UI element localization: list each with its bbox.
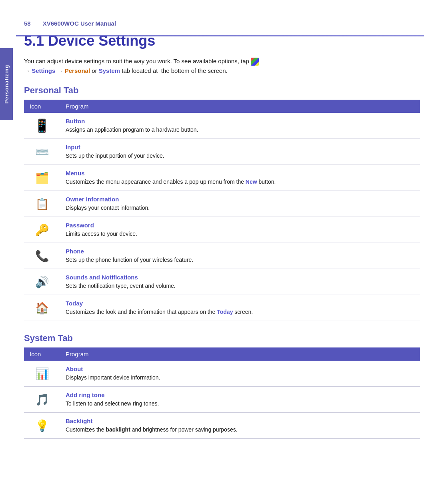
top-border [16,35,424,36]
button-icon: 📱 [33,117,51,135]
table-row: 📱 Button Assigns an application program … [24,113,420,139]
table-row: 🏠 Today Customizes the look and the info… [24,295,420,321]
table-row: 🗂️ Menus Customizes the menu appearance … [24,165,420,191]
about-desc-cell: About Displays important device informat… [60,361,420,387]
manual-title: XV6600WOC User Manual [43,20,116,27]
today-icon-cell: 🏠 [24,295,60,321]
ringtone-desc-cell: Add ring tone To listen to and select ne… [60,387,420,413]
about-title: About [66,365,414,372]
windows-icon [251,58,259,66]
intro-text-1: You can adjust device settings to suit t… [24,58,249,64]
ringtone-icon-cell: 🎵 [24,387,60,413]
backlight-bold: backlight [106,426,130,433]
system-tab-table: Icon Program 📊 About Displays important … [24,347,420,439]
password-title: Password [66,222,414,229]
system-tab-heading: System Tab [24,333,420,343]
today-desc: Customizes the look and the information … [66,309,253,315]
menus-icon: 🗂️ [33,169,51,187]
page-number: 58 [24,20,31,27]
ringtone-desc: To listen to and select new ring tones. [66,400,159,407]
backlight-desc-cell: Backlight Customizes the backlight and b… [60,413,420,439]
button-title: Button [66,118,414,124]
personal-tab-table: Icon Program 📱 Button Assigns an applica… [24,100,420,321]
system-col-icon: Icon [24,347,60,361]
input-title: Input [66,144,414,151]
personal-col-program: Program [60,100,420,113]
settings-link: Settings [32,67,55,74]
input-icon: ⌨️ [33,143,51,161]
phone-desc: Sets up the phone function of your wirel… [66,257,193,263]
sounds-title: Sounds and Notifications [66,274,414,281]
button-icon-cell: 📱 [24,113,60,139]
today-title: Today [66,300,414,307]
password-desc-cell: Password Limits access to your device. [60,217,420,243]
table-row: 🎵 Add ring tone To listen to and select … [24,387,420,413]
table-row: ⌨️ Input Sets up the input portion of yo… [24,139,420,165]
sounds-icon-cell: 🔊 [24,269,60,295]
system-link: System [99,67,120,74]
phone-desc-cell: Phone Sets up the phone function of your… [60,243,420,269]
owner-icon: 📋 [33,195,51,213]
sidebar-label: Personalizing [4,64,10,104]
personal-tab-heading: Personal Tab [24,85,420,96]
table-row: 🔊 Sounds and Notifications Sets the noti… [24,269,420,295]
phone-icon: 📞 [33,247,51,265]
today-desc-cell: Today Customizes the look and the inform… [60,295,420,321]
table-row: 📞 Phone Sets up the phone function of yo… [24,243,420,269]
about-icon-cell: 📊 [24,361,60,387]
new-link: New [246,179,257,185]
about-icon: 📊 [33,365,51,382]
owner-title: Owner Information [66,196,414,203]
intro-text: You can adjust device settings to suit t… [24,56,420,76]
menus-desc: Customizes the menu appearance and enabl… [66,179,276,185]
backlight-icon-cell: 💡 [24,413,60,439]
menus-icon-cell: 🗂️ [24,165,60,191]
sounds-icon: 🔊 [33,273,51,291]
table-row: 📋 Owner Information Displays your contac… [24,191,420,217]
about-desc: Displays important device information. [66,374,160,381]
button-desc-cell: Button Assigns an application program to… [60,113,420,139]
sounds-desc-cell: Sounds and Notifications Sets the notifi… [60,269,420,295]
password-desc: Limits access to your device. [66,231,137,237]
personal-link: Personal [65,67,90,74]
today-icon: 🏠 [33,299,51,317]
button-desc: Assigns an application program to a hard… [66,127,198,133]
menus-desc-cell: Menus Customizes the menu appearance and… [60,165,420,191]
table-row: 🔑 Password Limits access to your device. [24,217,420,243]
owner-desc: Displays your contact information. [66,205,150,211]
backlight-desc: Customizes the backlight and brightness … [66,426,238,433]
owner-icon-cell: 📋 [24,191,60,217]
table-row: 💡 Backlight Customizes the backlight and… [24,413,420,439]
password-icon-cell: 🔑 [24,217,60,243]
ringtone-title: Add ring tone [66,392,414,398]
input-desc-cell: Input Sets up the input portion of your … [60,139,420,165]
password-icon: 🔑 [33,221,51,239]
backlight-title: Backlight [66,418,414,424]
phone-icon-cell: 📞 [24,243,60,269]
backlight-icon: 💡 [33,417,51,434]
sounds-desc: Sets the notification type, event and vo… [66,283,176,289]
today-link: Today [217,309,233,315]
phone-title: Phone [66,248,414,255]
menus-title: Menus [66,170,414,177]
table-row: 📊 About Displays important device inform… [24,361,420,387]
input-desc: Sets up the input portion of your device… [66,153,164,159]
system-col-program: Program [60,347,420,361]
owner-desc-cell: Owner Information Displays your contact … [60,191,420,217]
ringtone-icon: 🎵 [33,391,51,408]
header-row: 58 XV6600WOC User Manual [24,12,420,27]
personal-col-icon: Icon [24,100,60,113]
sidebar-tab: Personalizing [0,48,13,120]
input-icon-cell: ⌨️ [24,139,60,165]
